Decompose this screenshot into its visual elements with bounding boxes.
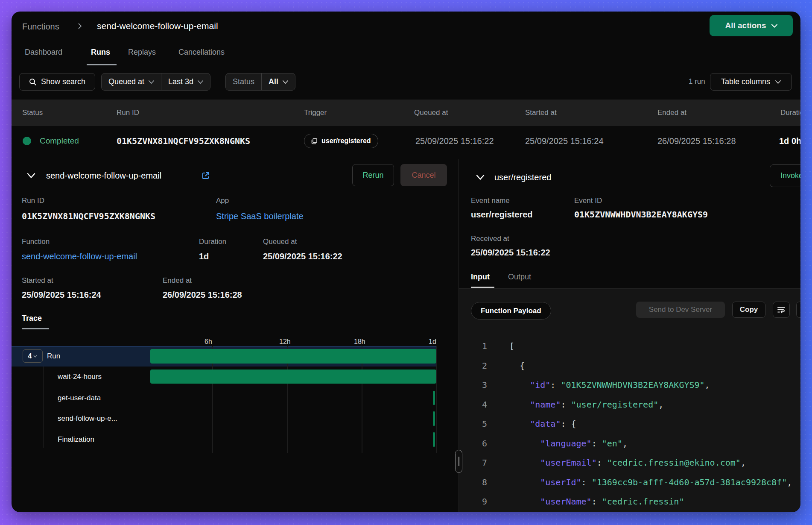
row-queued-at: 25/09/2025 15:16:22 [415, 136, 494, 146]
trace-row-label[interactable]: get-user-data [58, 394, 101, 402]
chevron-down-icon [771, 24, 777, 28]
queued-at-dropdown[interactable]: Queued at [102, 73, 161, 90]
all-actions-button[interactable]: All actions [710, 15, 793, 36]
row-ended-at: 26/09/2025 15:16:28 [657, 136, 736, 146]
event-id-label: Event ID [574, 197, 602, 205]
external-link-icon[interactable] [202, 171, 210, 180]
tab-input[interactable]: Input [471, 273, 490, 282]
app-window: Functions send-welcome-follow-up-email A… [12, 12, 800, 512]
trace-expand-toggle[interactable]: 4 [23, 349, 43, 363]
send-to-dev-server-button[interactable]: Send to Dev Server [636, 302, 725, 318]
queued-at-value: 25/09/2025 15:16:22 [263, 252, 342, 261]
run-id-label: Run ID [22, 197, 44, 205]
trace-row-label[interactable]: wait-24-hours [58, 372, 102, 381]
tab-cancellations[interactable]: Cancellations [178, 48, 225, 57]
code-line: 9 "userName": "cedric.fressin" [473, 496, 684, 507]
column-header-run-id: Run ID [117, 109, 139, 117]
chevron-down-icon [198, 80, 203, 84]
event-id-value: 01K5ZVNWWHDVN3B2EAY8AKGYS9 [574, 209, 708, 220]
code-line: 6 "language": "en", [473, 438, 628, 449]
queued-at-label: Queued at [263, 238, 297, 246]
tab-runs[interactable]: Runs [91, 48, 110, 57]
chevron-down-icon [775, 80, 781, 84]
code-line: 1[ [473, 341, 514, 351]
code-line: 5 "data": { [473, 419, 576, 429]
row-status: Completed [40, 136, 79, 146]
function-link[interactable]: send-welcome-follow-up-email [22, 252, 137, 261]
show-search-button[interactable]: Show search [19, 73, 95, 91]
duration-label: Duration [199, 238, 226, 246]
column-header-duration: Duration [780, 109, 800, 117]
code-line: 4 "name": "user/registered", [473, 399, 663, 410]
trace-span-tick[interactable] [433, 432, 435, 447]
app-label: App [216, 197, 229, 205]
breadcrumb-parent[interactable]: Functions [22, 22, 59, 32]
function-label: Function [22, 238, 50, 246]
trace-span-bar[interactable] [150, 370, 436, 384]
chevron-down-icon [33, 355, 37, 358]
collapse-run-chevron-icon[interactable] [27, 173, 35, 179]
trace-axis-label: 6h [204, 338, 212, 346]
copy-button[interactable]: Copy [732, 302, 765, 318]
trace-row-label[interactable]: send-follow-up-e... [58, 414, 117, 423]
received-at-label: Received at [471, 235, 509, 243]
queued-at-filter-group: Queued at Last 3d [101, 73, 210, 91]
trace-axis-label: 18h [354, 338, 365, 346]
active-tab-underline [87, 64, 117, 65]
time-range-dropdown[interactable]: Last 3d [161, 73, 210, 90]
code-line: 3 "id": "01K5ZVNWWHDVN3B2EAY8AKGYS9", [473, 380, 710, 390]
event-name-label: Event name [471, 197, 510, 205]
status-filter-label: Status [226, 73, 261, 90]
app-link[interactable]: Stripe SaaS boilerplate [216, 211, 304, 221]
duration-value: 1d [199, 252, 209, 261]
trace-span-tick[interactable] [433, 411, 435, 426]
run-id-value: 01K5ZVNX81NQCFV95ZXK8NGNKS [22, 211, 155, 221]
event-name-value: user/registered [471, 210, 533, 220]
code-line: 2 { [473, 361, 525, 371]
collapse-event-chevron-icon[interactable] [476, 175, 485, 180]
trace-row-label[interactable]: Run [47, 352, 60, 361]
row-started-at: 25/09/2025 15:16:24 [525, 136, 604, 146]
stack-icon [311, 138, 318, 144]
invoke-button[interactable]: Invoke [770, 164, 800, 187]
more-code-button[interactable] [796, 302, 800, 318]
trigger-badge[interactable]: user/registered [304, 134, 378, 148]
trace-span-bar[interactable] [150, 349, 436, 364]
tab-dashboard[interactable]: Dashboard [25, 48, 62, 57]
function-payload-pill[interactable]: Function Payload [471, 302, 551, 320]
trace-axis-label: 12h [279, 338, 291, 346]
cancel-button[interactable]: Cancel [400, 164, 447, 186]
search-icon [29, 78, 37, 86]
chevron-down-icon [283, 80, 288, 84]
started-at-value: 25/09/2025 15:16:24 [22, 290, 101, 300]
ended-at-label: Ended at [163, 276, 192, 285]
word-wrap-icon [777, 306, 785, 313]
word-wrap-button[interactable] [773, 302, 790, 318]
table-columns-dropdown[interactable]: Table columns [710, 73, 792, 91]
rerun-button[interactable]: Rerun [352, 164, 394, 186]
status-filter-dropdown[interactable]: All [261, 73, 295, 90]
code-line: 7 "userEmail": "cedric.fressin@ekino.com… [473, 458, 746, 468]
tab-output[interactable]: Output [508, 273, 531, 282]
row-duration: 1d 0h 0m [779, 136, 800, 146]
run-count: 1 run [689, 77, 705, 86]
chevron-right-icon [76, 23, 83, 29]
event-panel-title: user/registered [494, 173, 551, 182]
column-header-trigger: Trigger [304, 109, 327, 117]
column-header-status: Status [22, 109, 43, 117]
tabs-divider [12, 66, 800, 66]
trace-span-tick[interactable] [433, 391, 435, 405]
trace-row-label[interactable]: Finalization [58, 435, 94, 444]
ended-at-value: 26/09/2025 15:16:28 [163, 290, 242, 300]
status-dot [23, 137, 31, 145]
trace-tab[interactable]: Trace [22, 314, 42, 323]
column-header-ended-at: Ended at [657, 109, 686, 117]
tab-replays[interactable]: Replays [128, 48, 156, 57]
received-at-value: 25/09/2025 15:16:22 [471, 248, 550, 258]
row-run-id[interactable]: 01K5ZVNX81NQCFV95ZXK8NGNKS [117, 136, 250, 146]
drag-handle[interactable] [455, 450, 462, 473]
trace-axis-label: 1d [429, 338, 436, 346]
column-header-started-at: Started at [525, 109, 557, 117]
page-title: send-welcome-follow-up-email [97, 21, 218, 31]
trace-gridline [436, 346, 437, 453]
